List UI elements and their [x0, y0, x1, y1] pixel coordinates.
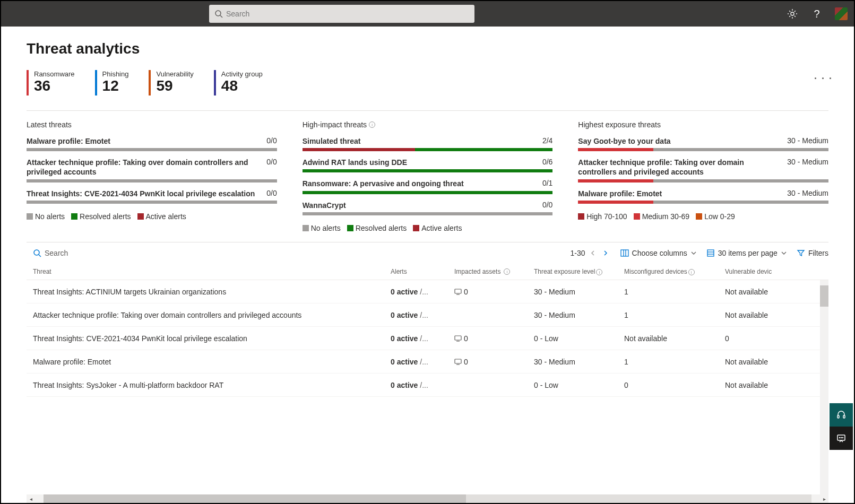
threat-bar	[303, 148, 553, 151]
stat-card[interactable]: Activity group48	[214, 70, 263, 95]
threat-item[interactable]: Simulated threat2/4	[303, 136, 553, 151]
cell-misconfigured: 1	[621, 288, 722, 296]
stat-label: Ransomware	[34, 70, 75, 78]
columns-icon	[620, 249, 629, 257]
pager-prev[interactable]	[588, 248, 598, 258]
threat-item[interactable]: WannaCrypt0/0	[303, 201, 553, 215]
threat-item[interactable]: Ransomware: A pervasive and ongoing thre…	[303, 179, 553, 194]
info-icon: i	[369, 121, 375, 128]
threat-item[interactable]: Adwind RAT lands using DDE0/6	[303, 158, 553, 172]
cell-vulnerable: Not available	[722, 311, 828, 319]
scroll-right-icon[interactable]: ▸	[820, 494, 828, 503]
svg-point-3	[34, 250, 39, 255]
svg-rect-8	[707, 250, 714, 256]
search-icon	[33, 249, 41, 257]
cell-assets: 0	[451, 334, 531, 343]
threat-item[interactable]: Malware profile: Emotet0/0	[27, 136, 277, 151]
threat-metric: 0/0	[542, 201, 552, 209]
stats-row: Ransomware36Phishing12Vulnerability59Act…	[27, 70, 828, 95]
threat-item[interactable]: Attacker technique profile: Taking over …	[27, 158, 277, 182]
pager-next[interactable]	[600, 248, 611, 258]
cell-threat: Threat Insights: ACTINIUM targets Ukrain…	[27, 288, 387, 296]
legend-item: Active alerts	[137, 212, 186, 221]
table-row[interactable]: Threat Insights: SysJoker - A multi-plat…	[27, 373, 828, 397]
items-per-page[interactable]: 30 items per page	[706, 249, 787, 257]
stat-label: Activity group	[221, 70, 263, 78]
threat-title: Simulated threat	[303, 136, 538, 146]
cell-misconfigured: Not available	[621, 334, 722, 343]
legend-item: Low 0-29	[696, 212, 735, 221]
cell-misconfigured: 1	[621, 311, 722, 319]
table-row[interactable]: Attacker technique profile: Taking over …	[27, 303, 828, 327]
panel-highest-exposure-threats: Highest exposure threatsSay Goot-bye to …	[578, 120, 828, 232]
col-threat[interactable]: Threat	[27, 268, 387, 276]
threat-bar	[27, 148, 277, 151]
stat-card[interactable]: Ransomware36	[27, 70, 75, 95]
stat-label: Vulnerability	[156, 70, 193, 78]
svg-point-0	[215, 11, 221, 16]
chevron-down-icon	[690, 250, 697, 256]
col-vulnerable[interactable]: Vulnerable devic	[722, 268, 828, 276]
threat-bar	[303, 169, 553, 172]
table-row[interactable]: Threat Insights: CVE-2021-4034 PwnKit lo…	[27, 327, 828, 350]
device-icon	[454, 358, 462, 366]
threat-item[interactable]: Attacker technique profile: Taking over …	[578, 158, 828, 182]
settings-icon[interactable]	[786, 7, 799, 20]
table-header: Threat Alerts Impacted assetsi Threat ex…	[27, 264, 828, 281]
cell-alerts: 0 active /...	[387, 358, 451, 366]
threat-bar	[303, 212, 553, 215]
table-search[interactable]: Search	[33, 249, 68, 257]
threat-bar	[303, 191, 553, 194]
vertical-scrollbar[interactable]	[820, 280, 828, 494]
help-icon[interactable]: ?	[810, 7, 823, 20]
cell-threat: Threat Insights: CVE-2021-4034 PwnKit lo…	[27, 334, 387, 343]
col-assets[interactable]: Impacted assetsi	[451, 268, 531, 276]
horizontal-scrollbar[interactable]: ◂ ▸	[27, 494, 828, 503]
stat-card[interactable]: Vulnerability59	[149, 70, 193, 95]
cell-alerts: 0 active /...	[387, 311, 451, 319]
cell-alerts: 0 active /...	[387, 288, 451, 296]
threat-item[interactable]: Say Goot-bye to your data30 - Medium	[578, 136, 828, 151]
filters-button[interactable]: Filters	[797, 249, 828, 257]
threat-item[interactable]: Malware profile: Emotet30 - Medium	[578, 189, 828, 204]
table-row[interactable]: Malware profile: Emotet 0 active /... 0 …	[27, 350, 828, 373]
col-alerts[interactable]: Alerts	[387, 268, 451, 276]
stat-value: 48	[221, 78, 263, 94]
pager-range: 1-30	[570, 249, 585, 257]
choose-columns[interactable]: Choose columns	[620, 249, 697, 257]
legend-item: Resolved alerts	[347, 224, 407, 232]
more-actions-icon[interactable]: · · ·	[814, 73, 833, 84]
threat-title: Attacker technique profile: Taking over …	[27, 158, 262, 177]
svg-line-4	[39, 255, 41, 257]
cell-vulnerable: 0	[722, 334, 828, 343]
threat-item[interactable]: Threat Insights: CVE-2021-4034 PwnKit lo…	[27, 189, 277, 204]
panel-latest-threats: Latest threatsMalware profile: Emotet0/0…	[27, 120, 277, 232]
avatar[interactable]	[835, 7, 848, 20]
panel-high-impact-threats: High-impact threatsiSimulated threat2/4A…	[303, 120, 553, 232]
cell-exposure: 30 - Medium	[531, 358, 621, 366]
col-exposure[interactable]: Threat exposure leveli	[531, 268, 621, 276]
svg-rect-13	[455, 336, 461, 340]
col-misconfigured[interactable]: Misconfigured devicesi	[621, 268, 722, 276]
global-search-input[interactable]	[226, 10, 469, 18]
headset-icon[interactable]	[830, 403, 853, 427]
cell-alerts: 0 active /...	[387, 381, 451, 389]
chevron-down-icon	[781, 250, 787, 256]
scroll-left-icon[interactable]: ◂	[27, 494, 35, 503]
global-search[interactable]	[209, 5, 474, 23]
stat-label: Phishing	[102, 70, 129, 78]
svg-rect-5	[621, 250, 628, 256]
cell-alerts: 0 active /...	[387, 334, 451, 343]
cell-assets: 0	[451, 358, 531, 366]
stat-card[interactable]: Phishing12	[95, 70, 129, 95]
info-icon: i	[596, 269, 602, 275]
panel-title: Latest threats	[27, 120, 277, 129]
table-row[interactable]: Threat Insights: ACTINIUM targets Ukrain…	[27, 280, 828, 303]
threat-bar	[578, 179, 828, 183]
cell-threat: Attacker technique profile: Taking over …	[27, 311, 387, 319]
search-icon	[214, 10, 223, 18]
threat-title: Attacker technique profile: Taking over …	[578, 158, 783, 177]
device-icon	[454, 288, 462, 296]
svg-line-1	[220, 15, 222, 18]
feedback-icon[interactable]	[830, 427, 853, 450]
